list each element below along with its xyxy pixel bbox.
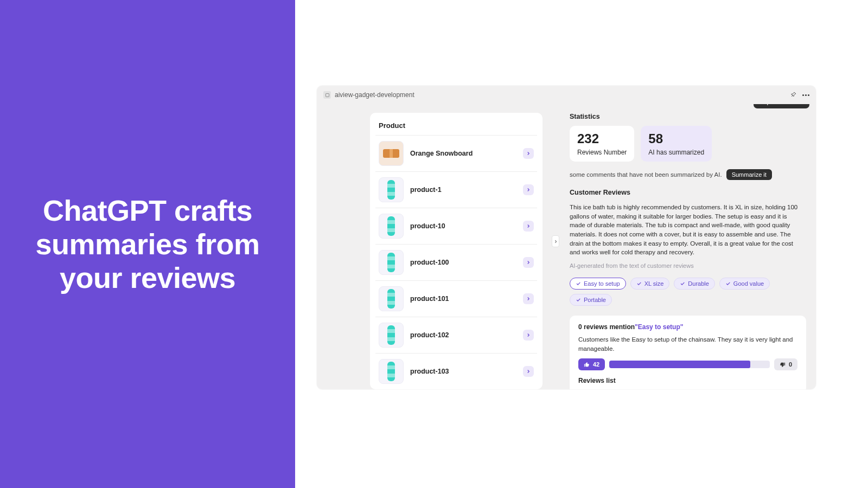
- stat-reviews-value: 232: [577, 131, 627, 146]
- stat-ai-label: AI has summarized: [648, 149, 704, 156]
- check-icon: [576, 281, 581, 286]
- thumbs-up-count: 42: [593, 361, 599, 368]
- ai-generated-note: AI-generated from the text of customer r…: [570, 262, 806, 269]
- product-thumb: [379, 286, 404, 311]
- hero-panel: ChatGPT crafts summaries from your revie…: [0, 0, 295, 488]
- chevron-right-icon[interactable]: [523, 221, 534, 232]
- summary-chip[interactable]: XL size: [630, 278, 670, 290]
- chip-label: Portable: [584, 297, 606, 303]
- product-row[interactable]: product-101: [375, 281, 537, 317]
- stage: aiview-gadget-development Product Orange…: [295, 0, 868, 488]
- app-titlebar: aiview-gadget-development: [317, 86, 816, 104]
- summary-chip[interactable]: Portable: [570, 294, 612, 306]
- chevron-right-icon[interactable]: [523, 184, 534, 195]
- product-row[interactable]: product-102: [375, 317, 537, 354]
- chevron-right-icon[interactable]: [523, 257, 534, 268]
- chip-label: XL size: [644, 280, 664, 287]
- chip-label: Good value: [733, 280, 764, 287]
- product-row[interactable]: product-103: [375, 354, 537, 389]
- sentiment-bar: [609, 361, 770, 368]
- sentiment-bar-fill: [609, 361, 750, 368]
- reviews-list-label: Reviews list: [578, 377, 797, 384]
- product-thumb: [379, 359, 404, 384]
- product-row[interactable]: product-10: [375, 208, 537, 245]
- chevron-right-icon[interactable]: [523, 293, 534, 304]
- thumbs-up-icon: [584, 362, 590, 368]
- summary-chip[interactable]: Easy to setup: [570, 278, 626, 290]
- thumbs-down-pill[interactable]: 0: [774, 358, 797, 370]
- summarize-button[interactable]: Summarize it: [726, 169, 772, 180]
- thumbs-up-pill[interactable]: 42: [578, 358, 605, 370]
- collapse-handle[interactable]: [552, 235, 559, 247]
- check-icon: [680, 281, 685, 286]
- thumbs-down-icon: [780, 362, 786, 368]
- chip-label: Durable: [688, 280, 709, 287]
- app-window: aiview-gadget-development Product Orange…: [317, 86, 816, 389]
- summary-chip[interactable]: Durable: [674, 278, 715, 290]
- stats-title: Statistics: [570, 113, 806, 120]
- app-name: aiview-gadget-development: [335, 91, 414, 99]
- product-name: product-102: [410, 331, 516, 339]
- summarize-row: some comments that have not been summari…: [570, 169, 806, 180]
- thumbs-down-count: 0: [789, 361, 792, 368]
- import-reviews-button[interactable]: Import Reviews: [754, 104, 809, 108]
- stat-reviews: 232 Reviews Number: [570, 126, 634, 162]
- mention-body: Customers like the Easy to setup of the …: [578, 335, 797, 353]
- product-panel-title: Product: [375, 120, 537, 135]
- product-name: product-100: [410, 259, 516, 266]
- product-name: product-10: [410, 222, 516, 230]
- product-thumb: [379, 214, 404, 239]
- product-panel: Product Orange Snowboardproduct-1product…: [370, 113, 542, 389]
- summary-chip[interactable]: Good value: [719, 278, 770, 290]
- app-icon: [323, 91, 331, 99]
- product-thumb: [379, 250, 404, 275]
- mention-card: 0 reviews mention"Easy to setup" Custome…: [570, 316, 806, 389]
- check-icon: [725, 281, 731, 286]
- mention-count: 0 reviews mention: [578, 323, 635, 331]
- mention-title: 0 reviews mention"Easy to setup": [578, 323, 797, 331]
- product-row[interactable]: product-1: [375, 172, 537, 208]
- product-name: product-103: [410, 368, 516, 375]
- summary-chips: Easy to setupXL sizeDurableGood valuePor…: [570, 278, 806, 306]
- summarize-note: some comments that have not been summari…: [570, 171, 722, 178]
- svg-rect-0: [326, 93, 329, 97]
- product-list: Orange Snowboardproduct-1product-10produ…: [375, 135, 537, 389]
- panel-divider: [552, 113, 560, 389]
- chevron-right-icon[interactable]: [523, 330, 534, 341]
- check-icon: [576, 297, 581, 303]
- product-row[interactable]: Orange Snowboard: [375, 136, 537, 172]
- more-icon[interactable]: [802, 94, 809, 96]
- chevron-right-icon[interactable]: [523, 148, 534, 159]
- stats-row: 232 Reviews Number 58 AI has summarized: [570, 126, 806, 162]
- product-name: product-1: [410, 186, 516, 194]
- product-name: product-101: [410, 295, 516, 303]
- product-thumb: [379, 141, 404, 166]
- chip-label: Easy to setup: [584, 280, 620, 287]
- sentiment-row: 42 0: [578, 358, 797, 370]
- hero-headline: ChatGPT crafts summaries from your revie…: [22, 194, 273, 294]
- customer-reviews-body: This ice bath tub is highly recommended …: [570, 203, 806, 257]
- customer-reviews-title: Customer Reviews: [570, 189, 806, 196]
- stat-reviews-label: Reviews Number: [577, 149, 627, 156]
- product-thumb: [379, 323, 404, 348]
- stat-ai-value: 58: [648, 131, 704, 146]
- mention-tag: "Easy to setup": [635, 323, 683, 331]
- check-icon: [636, 281, 642, 286]
- details-panel: Import Reviews Statistics 232 Reviews Nu…: [570, 113, 806, 389]
- stat-ai-summarized: 58 AI has summarized: [641, 126, 712, 162]
- chevron-right-icon[interactable]: [523, 366, 534, 377]
- pin-icon[interactable]: [790, 90, 797, 100]
- product-thumb: [379, 177, 404, 202]
- product-name: Orange Snowboard: [410, 150, 516, 157]
- product-row[interactable]: product-100: [375, 245, 537, 281]
